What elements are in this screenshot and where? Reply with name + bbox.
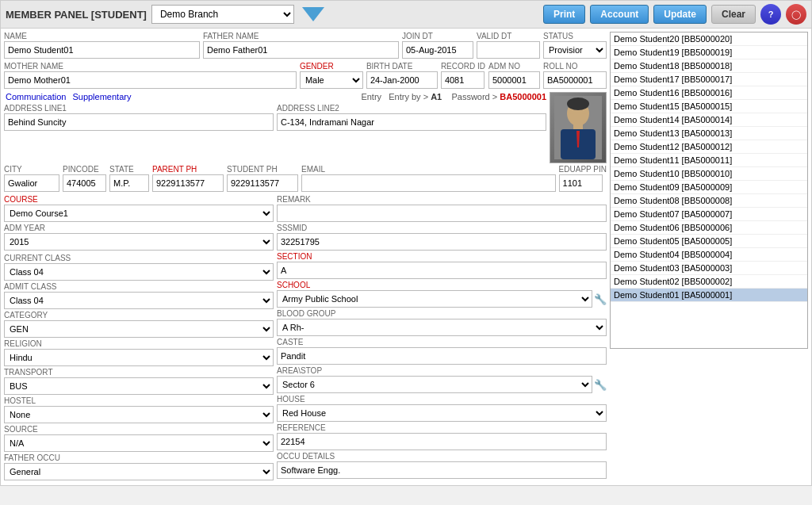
valid-dt-label: VALID DT — [477, 32, 540, 40]
gender-select[interactable]: Male — [300, 71, 363, 89]
remark-input[interactable] — [277, 205, 607, 222]
student-list-item[interactable]: Demo Student04 [BB5000004] — [611, 248, 807, 262]
section-input[interactable] — [277, 262, 607, 279]
school-select[interactable]: Army Public School — [277, 290, 592, 308]
caste-input[interactable] — [277, 347, 607, 365]
entry-by-label[interactable]: Entry by > — [389, 92, 428, 101]
student-list-item[interactable]: Demo Student15 [BA5000015] — [611, 100, 807, 113]
student-list-item[interactable]: Demo Student01 [BA5000001] — [611, 289, 807, 302]
transport-select[interactable]: BUS — [4, 377, 274, 395]
school-edit-icon[interactable]: 🔧 — [594, 293, 607, 305]
sssmid-label: SSSMID — [277, 224, 607, 232]
address-fields: Communication Supplementary Entry Entry … — [4, 92, 546, 163]
category-label: CATEGORY — [4, 311, 274, 319]
pincode-input[interactable] — [63, 174, 106, 192]
branch-select[interactable]: Demo Branch — [151, 5, 294, 24]
content-area: NAME FATHER NAME JOIN DT VALID DT STATUS — [1, 29, 811, 485]
religion-select[interactable]: Hindu — [4, 349, 274, 366]
father-occu-select[interactable]: General — [4, 463, 274, 480]
city-input[interactable] — [4, 174, 59, 192]
mother-name-label: MOTHER NAME — [4, 62, 297, 71]
mother-name-input[interactable] — [4, 71, 297, 89]
category-field-group: CATEGORY GEN — [4, 311, 274, 338]
name-input[interactable] — [4, 41, 200, 59]
password-label[interactable]: Password > — [451, 92, 497, 101]
blood-group-select[interactable]: A Rh- — [277, 319, 607, 336]
student-list-item[interactable]: Demo Student06 [BB5000006] — [611, 221, 807, 235]
school-row: Army Public School 🔧 — [277, 290, 607, 308]
current-class-label: CURRENT CLASS — [4, 254, 274, 262]
occu-details-input[interactable] — [277, 461, 607, 479]
join-dt-input[interactable] — [402, 41, 473, 59]
student-list-item[interactable]: Demo Student19 [BB5000019] — [611, 46, 807, 59]
student-list-item[interactable]: Demo Student17 [BB5000017] — [611, 73, 807, 86]
parent-ph-input[interactable] — [152, 174, 224, 192]
area-stop-label: AREA\STOP — [277, 366, 607, 375]
student-list-item[interactable]: Demo Student03 [BA5000003] — [611, 262, 807, 275]
state-input[interactable] — [109, 174, 149, 192]
communication-link[interactable]: Communication — [6, 92, 66, 101]
row-mother-gender: MOTHER NAME GENDER Male BIRTH DATE — [4, 62, 607, 90]
religion-label: RELIGION — [4, 339, 274, 348]
hostel-select[interactable]: None — [4, 406, 274, 423]
roll-no-input[interactable] — [543, 71, 607, 89]
email-input[interactable] — [301, 174, 556, 192]
student-list-item[interactable]: Demo Student08 [BB5000008] — [611, 194, 807, 208]
category-select[interactable]: GEN — [4, 320, 274, 338]
account-button[interactable]: Account — [590, 5, 649, 24]
join-dt-field-group: JOIN DT — [402, 32, 473, 59]
student-list-item[interactable]: Demo Student05 [BA5000005] — [611, 235, 807, 248]
student-list[interactable]: Demo Student20 [BB5000020]Demo Student19… — [610, 32, 808, 349]
student-list-item[interactable]: Demo Student16 [BB5000016] — [611, 86, 807, 100]
student-ph-input[interactable] — [227, 174, 298, 192]
student-list-item[interactable]: Demo Student13 [BA5000013] — [611, 127, 807, 140]
student-list-item[interactable]: Demo Student14 [BA5000014] — [611, 113, 807, 127]
panel-title: MEMBER PANEL [STUDENT] — [6, 9, 147, 21]
status-select[interactable]: Provisior — [543, 41, 607, 59]
area-stop-select[interactable]: Sector 6 — [277, 376, 592, 393]
student-list-item[interactable]: Demo Student09 [BA5000009] — [611, 181, 807, 194]
student-photo — [550, 92, 607, 163]
record-id-input[interactable] — [441, 71, 485, 89]
father-name-input[interactable] — [203, 41, 399, 59]
student-list-item[interactable]: Demo Student10 [BB5000010] — [611, 167, 807, 181]
eduapp-pin-input[interactable] — [559, 174, 603, 192]
house-select[interactable]: Red House — [277, 404, 607, 422]
adm-year-row: ADM YEAR 2015 — [4, 224, 274, 252]
course-select[interactable]: Demo Course1 — [4, 205, 274, 222]
adm-year-label: ADM YEAR — [4, 224, 274, 232]
student-list-item[interactable]: Demo Student11 [BA5000011] — [611, 154, 807, 167]
adm-no-input[interactable] — [488, 71, 540, 89]
admit-class-select[interactable]: Class 04 — [4, 292, 274, 309]
reference-input[interactable] — [277, 433, 607, 450]
birth-date-input[interactable] — [366, 71, 438, 89]
power-button[interactable]: ◯ — [786, 4, 806, 25]
student-list-item[interactable]: Demo Student07 [BA5000007] — [611, 208, 807, 221]
print-button[interactable]: Print — [543, 5, 585, 24]
valid-dt-input[interactable] — [477, 41, 540, 59]
source-select[interactable]: N/A — [4, 434, 274, 452]
supplementary-link[interactable]: Supplementary — [72, 92, 131, 101]
left-middle-panel: NAME FATHER NAME JOIN DT VALID DT STATUS — [4, 32, 607, 482]
clear-button[interactable]: Clear — [711, 5, 756, 24]
area-edit-icon[interactable]: 🔧 — [594, 379, 607, 391]
occu-details-field-group: OCCU DETAILS — [277, 452, 607, 479]
update-button[interactable]: Update — [653, 5, 707, 24]
student-list-item[interactable]: Demo Student12 [BA5000012] — [611, 140, 807, 154]
sssmid-input[interactable] — [277, 233, 607, 251]
father-occu-field-group: FATHER OCCU General — [4, 453, 274, 480]
entry-info: Entry Entry by > A1 Password > BA5000001 — [361, 92, 546, 101]
current-class-select[interactable]: Class 04 — [4, 263, 274, 281]
eduapp-pin-label: EduApp PIN — [559, 165, 607, 174]
religion-field-group: RELIGION Hindu — [4, 339, 274, 366]
adm-year-select[interactable]: 2015 — [4, 233, 274, 251]
student-list-item[interactable]: Demo Student18 [BB5000018] — [611, 59, 807, 73]
caste-label: CASTE — [277, 338, 607, 346]
state-field-group: STATE — [109, 165, 149, 192]
student-list-item[interactable]: Demo Student20 [BB5000020] — [611, 33, 807, 46]
student-list-item[interactable]: Demo Student02 [BB5000002] — [611, 275, 807, 289]
address1-input[interactable] — [4, 113, 274, 131]
help-button[interactable]: ? — [760, 4, 781, 25]
row-city: CITY PINCODE STATE PARENT PH STUDENT PH — [4, 165, 607, 193]
address2-input[interactable] — [277, 113, 546, 131]
